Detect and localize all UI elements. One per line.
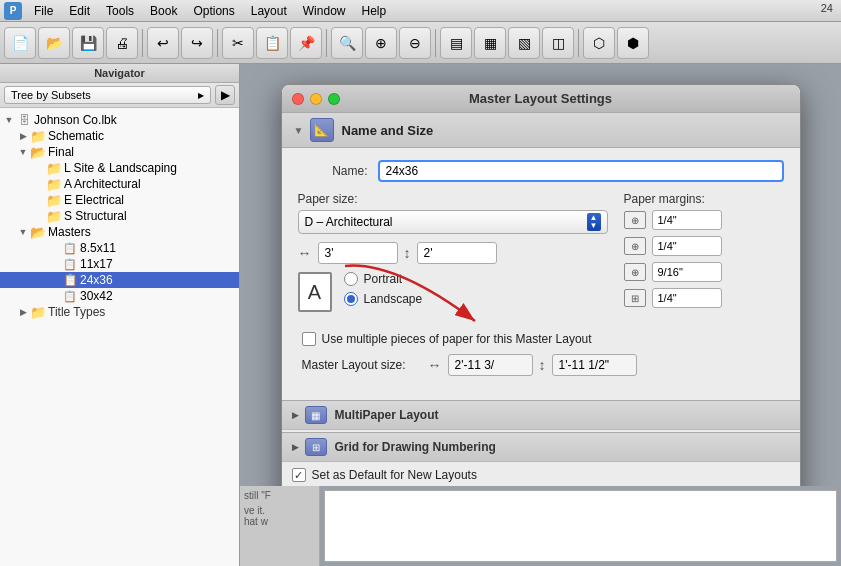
folder-structural-icon: 📁 (46, 209, 62, 223)
master-height-input[interactable] (552, 354, 637, 376)
tree-item-30x42[interactable]: 📋 30x42 (0, 288, 239, 304)
bg-panel-left: still "F ve it. hat w (240, 486, 320, 566)
landscape-radio[interactable] (344, 292, 358, 306)
toggle-masters: ▼ (16, 227, 30, 237)
width-arrow-icon: ↔ (298, 245, 312, 261)
width-input[interactable] (318, 242, 398, 264)
toolbar-btn-1[interactable]: 📄 (4, 27, 36, 59)
margin-input-4[interactable] (652, 288, 722, 308)
multipaper-section[interactable]: ▶ ▦ MultiPaper Layout (282, 400, 800, 430)
expand-button[interactable]: ▶ (215, 85, 235, 105)
menu-layout[interactable]: Layout (243, 2, 295, 20)
menu-options[interactable]: Options (185, 2, 242, 20)
tree-item-architectural[interactable]: 📁 A Architectural (0, 176, 239, 192)
toolbar-btn-14[interactable]: ▦ (474, 27, 506, 59)
margin-input-2[interactable] (652, 236, 722, 256)
minimize-button[interactable] (310, 93, 322, 105)
master-width-input[interactable] (448, 354, 533, 376)
height-input[interactable] (417, 242, 497, 264)
bg-text-3: hat w (244, 516, 315, 527)
tree: ▼ 🗄 Johnson Co.lbk ▶ 📁 Schematic ▼ 📂 Fin… (0, 108, 239, 566)
toolbar-btn-12[interactable]: ⊖ (399, 27, 431, 59)
default-checkbox[interactable]: ✓ (292, 468, 306, 482)
multipaper-toggle-icon: ▶ (292, 410, 299, 420)
dialog-titlebar: Master Layout Settings (282, 85, 800, 113)
margin-row-4: ⊞ (624, 288, 784, 308)
toolbar-sep-5 (578, 29, 579, 57)
close-button[interactable] (292, 93, 304, 105)
traffic-lights (292, 93, 340, 105)
toolbar-btn-10[interactable]: 🔍 (331, 27, 363, 59)
multipaper-checkbox[interactable] (302, 332, 316, 346)
tree-label-final: Final (48, 145, 74, 159)
tree-item-24x36[interactable]: 📋 24x36 (0, 272, 239, 288)
folder-masters-icon: 📂 (30, 225, 46, 239)
menu-help[interactable]: Help (353, 2, 394, 20)
grid-section[interactable]: ▶ ⊞ Grid for Drawing Numbering (282, 432, 800, 462)
paper-size-dropdown[interactable]: D – Architectural ▲ ▼ (298, 210, 608, 234)
name-input[interactable] (378, 160, 784, 182)
dropdown-arrow-icon: ▶ (198, 91, 204, 100)
toolbar-sep-3 (326, 29, 327, 57)
toolbar-btn-16[interactable]: ◫ (542, 27, 574, 59)
tree-label-11x17: 11x17 (80, 257, 113, 271)
toolbar-btn-17[interactable]: ⬡ (583, 27, 615, 59)
toolbar-btn-18[interactable]: ⬢ (617, 27, 649, 59)
toolbar-sep-1 (142, 29, 143, 57)
page-preview: A (298, 272, 332, 312)
menu-tools[interactable]: Tools (98, 2, 142, 20)
tree-label-masters: Masters (48, 225, 91, 239)
tree-by-subsets-dropdown[interactable]: Tree by Subsets ▶ (4, 86, 211, 104)
toolbar-btn-9[interactable]: 📌 (290, 27, 322, 59)
menu-file[interactable]: File (26, 2, 61, 20)
toolbar-btn-8[interactable]: 📋 (256, 27, 288, 59)
menu-window[interactable]: Window (295, 2, 354, 20)
maximize-button[interactable] (328, 93, 340, 105)
toolbar-btn-7[interactable]: ✂ (222, 27, 254, 59)
tree-item-masters[interactable]: ▼ 📂 Masters (0, 224, 239, 240)
tree-item-11x17[interactable]: 📋 11x17 (0, 256, 239, 272)
name-and-size-section[interactable]: ▼ 📐 Name and Size (282, 113, 800, 148)
tree-item-structural[interactable]: 📁 S Structural (0, 208, 239, 224)
bg-panel-right (324, 490, 837, 562)
toolbar-btn-6[interactable]: ↪ (181, 27, 213, 59)
toolbar-btn-11[interactable]: ⊕ (365, 27, 397, 59)
margin-input-3[interactable] (652, 262, 722, 282)
portrait-row[interactable]: Portrait (344, 272, 423, 286)
toolbar: 📄 📂 💾 🖨 ↩ ↪ ✂ 📋 📌 🔍 ⊕ ⊖ ▤ ▦ ▧ ◫ ⬡ ⬢ (0, 22, 841, 64)
section-title: Name and Size (342, 123, 434, 138)
radio-dot (347, 295, 355, 303)
tree-item-8x11[interactable]: 📋 8.5x11 (0, 240, 239, 256)
tree-label-title-types: Title Types (48, 305, 105, 319)
menu-book[interactable]: Book (142, 2, 185, 20)
toolbar-btn-4[interactable]: 🖨 (106, 27, 138, 59)
folder-final-icon: 📂 (30, 145, 46, 159)
margin-icon-4: ⊞ (624, 289, 646, 307)
menu-edit[interactable]: Edit (61, 2, 98, 20)
toolbar-btn-3[interactable]: 💾 (72, 27, 104, 59)
toolbar-btn-15[interactable]: ▧ (508, 27, 540, 59)
tree-item-electrical[interactable]: 📁 E Electrical (0, 192, 239, 208)
tree-item-site[interactable]: 📁 L Site & Landscaping (0, 160, 239, 176)
portrait-radio[interactable] (344, 272, 358, 286)
tree-root-label: Johnson Co.lbk (34, 113, 117, 127)
layout-8x11-icon: 📋 (62, 241, 78, 255)
landscape-row[interactable]: Landscape (344, 292, 423, 306)
toolbar-btn-5[interactable]: ↩ (147, 27, 179, 59)
col-right: Paper margins: ⊕ ⊕ ⊕ (624, 192, 784, 322)
tree-label-site: L Site & Landscaping (64, 161, 177, 175)
tree-item-title-types[interactable]: ▶ 📁 Title Types (0, 304, 239, 320)
tree-item-schematic[interactable]: ▶ 📁 Schematic (0, 128, 239, 144)
toolbar-btn-13[interactable]: ▤ (440, 27, 472, 59)
margin-icon-2: ⊕ (624, 237, 646, 255)
tree-item-final[interactable]: ▼ 📂 Final (0, 144, 239, 160)
portrait-label: Portrait (364, 272, 403, 286)
dialog-title: Master Layout Settings (469, 91, 612, 106)
tree-root[interactable]: ▼ 🗄 Johnson Co.lbk (0, 112, 239, 128)
multipaper-label: Use multiple pieces of paper for this Ma… (322, 332, 592, 346)
master-size-label: Master Layout size: (302, 358, 422, 372)
paper-size-stepper[interactable]: ▲ ▼ (587, 213, 601, 231)
navigator-header: Navigator (0, 64, 239, 83)
margin-input-1[interactable] (652, 210, 722, 230)
toolbar-btn-2[interactable]: 📂 (38, 27, 70, 59)
